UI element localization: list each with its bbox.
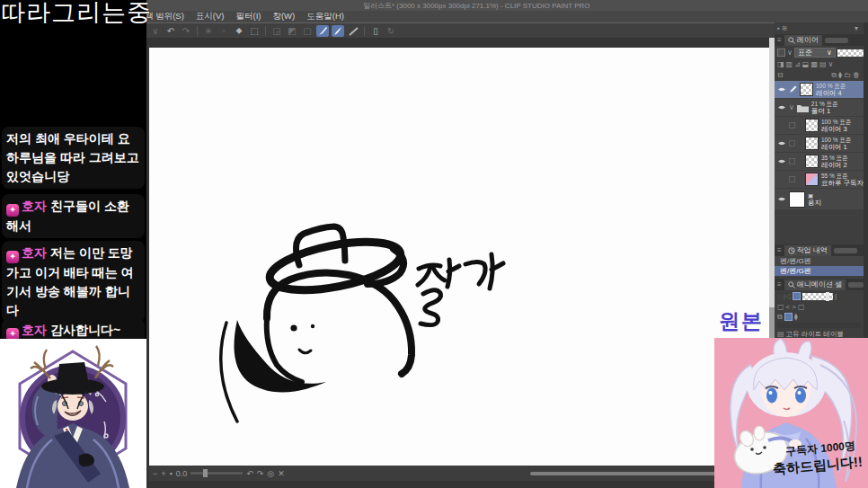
light-table-toggle[interactable] [784,313,793,321]
layer-row[interactable]: 55 % 표준요하루 구독자 [775,171,868,189]
visibility-eye-icon[interactable] [777,104,786,111]
pen-tool-icon[interactable] [316,25,329,37]
layer-thumbnail[interactable] [805,119,819,132]
layer-row[interactable]: 35 % 표준레이어 2 [775,153,868,171]
companion-device-icon[interactable]: ▯ [369,25,382,37]
canvas[interactable]: 원본 [149,48,769,466]
canvas-frame-icon[interactable]: ⬚ [248,25,261,37]
set-as-draft-icon[interactable]: ▤ [819,61,827,68]
layer-thumbnail[interactable] [800,83,813,96]
mask-icon[interactable]: ▥ [786,61,793,68]
color-mix-icon[interactable]: ▫ [217,25,230,37]
tab-inactive[interactable] [834,248,857,253]
zoom-in-button[interactable]: + [161,469,165,478]
panel-menu-icon[interactable]: ≡ [777,281,782,288]
opacity-slider[interactable] [837,49,864,57]
panel-menu-icon[interactable]: ≡ [777,247,782,254]
rotate-right-icon[interactable]: ↷ [257,469,264,478]
cel-checkbox[interactable] [789,158,795,164]
visibility-eye-icon[interactable] [777,158,786,164]
playback-icon[interactable]: |◁ [784,293,791,300]
prev-cel-icon[interactable]: ▢ [777,304,784,311]
visibility-eye-icon[interactable] [777,86,786,93]
layer-row[interactable]: 100 % 표준레이어 4 [775,81,868,99]
palette-options-icon[interactable]: ⊟ [777,72,784,79]
layer-row[interactable]: 100 % 표준레이어 3 [775,117,868,135]
reset-rotation-icon[interactable]: ◎ [267,469,274,478]
tab-layers[interactable]: 레이어 [784,35,822,46]
dock-collapse-icon[interactable]: ▪ [777,25,780,32]
cel-nav-row: ▢ < > ▢ [775,302,864,312]
history-entry[interactable]: 펜/펜/G펜 [775,256,864,266]
undo-icon[interactable]: ↶ [164,25,177,37]
next-cel-icon[interactable]: ▢ [798,304,805,311]
blend-icon[interactable]: ◩ [286,25,298,37]
menu-view[interactable]: 표시(V) [196,11,225,22]
cel-checkbox[interactable] [789,176,795,182]
toolbar-divider [364,26,365,36]
cel-checkbox[interactable] [789,122,795,129]
new-layer-icon[interactable]: ⧉ [831,72,837,79]
tab-inactive[interactable] [825,38,848,43]
history-entry-selected[interactable]: 펜/펜/G펜 [775,266,864,276]
layer-type-icon[interactable] [777,49,785,57]
menu-window[interactable]: 창(W) [272,11,295,22]
fit-view-button[interactable]: ▪ [170,469,173,478]
cel-opacity-slider[interactable] [802,293,833,300]
onion-skin-toggle[interactable] [793,292,801,300]
dock-options-icon[interactable]: ▾ [855,25,858,32]
layer-row[interactable]: 100 % 표준레이어 1 [775,135,868,153]
magnifier-icon [788,281,795,288]
brush-tool-icon[interactable] [332,25,344,37]
tab-inactive[interactable] [848,282,864,288]
redo-icon[interactable]: ↷ [180,25,192,37]
lock-icon[interactable]: ⬓ [802,61,810,68]
fill-bucket-icon[interactable]: ⬥ [233,25,245,37]
layer-folder-row[interactable]: ∨ 21 % 표준폴더 1 [775,99,868,117]
dock-menu-icon[interactable]: ≋ [782,25,788,32]
gradient-icon[interactable]: ◲ [270,25,283,37]
rotate-left-icon[interactable]: ↶ [246,469,253,478]
new-vector-layer-icon[interactable]: ⧫ [838,72,842,79]
expand-chevron-icon[interactable]: ∨ [789,104,794,111]
lock-alpha-icon[interactable]: ▩ [810,61,818,68]
panel-menu-icon[interactable]: ≡ [777,37,782,44]
clock-icon [788,247,795,254]
brush-settings-icon[interactable]: ✳ [202,25,215,37]
back-icon[interactable]: < [786,304,791,311]
register-cel-icon[interactable]: ⧉ [777,314,783,321]
chevron-down-icon[interactable]: ∨ [828,61,834,68]
delete-layer-icon[interactable]: 🗑 [853,72,860,79]
new-folder-icon[interactable]: 🗀 [844,72,851,79]
layer-thumbnail-artwork[interactable] [805,173,819,186]
streamer-avatar-image [0,339,146,488]
visibility-eye-icon[interactable] [777,140,786,146]
cel-settings-icon[interactable]: ⧫ [794,314,798,321]
menu-help[interactable]: 도움말(H) [306,11,344,22]
zoom-out-button[interactable]: − [153,469,157,478]
paper-thumbnail[interactable] [789,191,805,208]
paper-layer-row[interactable]: ▣용지 [775,189,868,210]
chevron-down-icon[interactable]: ∨ [787,49,793,57]
visibility-eye-icon[interactable] [777,196,786,202]
blend-mode-select[interactable]: 표준 ∨ [794,48,836,58]
tab-animation-cel[interactable]: 애니메이션 셀 [784,279,846,290]
slider-end: | [835,293,837,300]
folder-icon [797,103,809,112]
zoom-slider[interactable] [190,472,243,475]
zoom-slider-handle[interactable] [203,469,208,477]
tab-history[interactable]: 작업 내역 [784,245,831,256]
loop-icon[interactable]: ◌ [777,293,782,300]
ruler-icon[interactable]: ⊿ [794,61,801,68]
forward-icon[interactable]: > [792,304,796,311]
layer-thumbnail[interactable] [805,155,819,168]
layer-thumbnail[interactable] [805,137,819,150]
clip-icon[interactable]: ◨ [777,61,784,68]
history-panel: ≡ 작업 내역 펜/펜/G펜 펜/펜/G펜 [775,244,864,276]
clear-rotation-icon[interactable]: ✕ [278,469,285,478]
frame-select-icon[interactable]: ▢ [301,25,314,37]
view-reset-icon[interactable]: ↻ [385,25,397,37]
cel-checkbox[interactable] [789,140,795,146]
menu-filter[interactable]: 필터(I) [235,11,261,22]
line-tool-icon[interactable] [347,25,359,37]
